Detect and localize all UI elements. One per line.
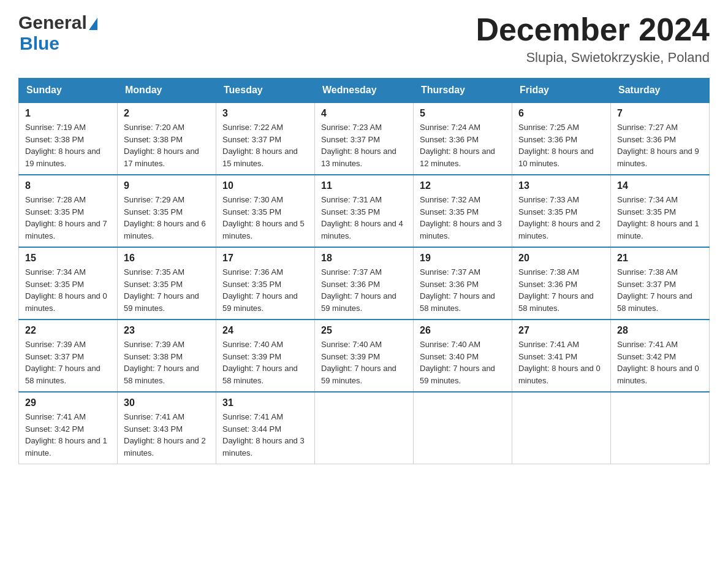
- day-info: Sunrise: 7:23 AMSunset: 3:37 PMDaylight:…: [321, 121, 407, 169]
- day-info: Sunrise: 7:40 AMSunset: 3:39 PMDaylight:…: [321, 339, 407, 386]
- day-info: Sunrise: 7:20 AMSunset: 3:38 PMDaylight:…: [124, 121, 210, 169]
- header-saturday: Saturday: [611, 79, 710, 103]
- day-number: 12: [420, 180, 506, 191]
- day-number: 24: [222, 325, 308, 336]
- day-info: Sunrise: 7:39 AMSunset: 3:37 PMDaylight:…: [25, 339, 111, 386]
- calendar-cell: 19Sunrise: 7:37 AMSunset: 3:36 PMDayligh…: [414, 247, 512, 320]
- day-info: Sunrise: 7:41 AMSunset: 3:41 PMDaylight:…: [518, 339, 604, 386]
- day-number: 2: [124, 108, 210, 119]
- logo-arrow-icon: [89, 18, 97, 30]
- day-info: Sunrise: 7:38 AMSunset: 3:36 PMDaylight:…: [518, 266, 604, 314]
- header-sunday: Sunday: [19, 79, 118, 103]
- week-row-5: 29Sunrise: 7:41 AMSunset: 3:42 PMDayligh…: [19, 392, 710, 464]
- calendar-cell: 9Sunrise: 7:29 AMSunset: 3:35 PMDaylight…: [118, 175, 216, 247]
- week-row-3: 15Sunrise: 7:34 AMSunset: 3:35 PMDayligh…: [19, 247, 710, 320]
- day-info: Sunrise: 7:37 AMSunset: 3:36 PMDaylight:…: [321, 266, 407, 314]
- day-number: 9: [124, 180, 210, 191]
- day-info: Sunrise: 7:40 AMSunset: 3:39 PMDaylight:…: [222, 339, 308, 386]
- day-info: Sunrise: 7:19 AMSunset: 3:38 PMDaylight:…: [25, 121, 111, 169]
- day-info: Sunrise: 7:41 AMSunset: 3:42 PMDaylight:…: [25, 411, 111, 459]
- calendar-cell: 27Sunrise: 7:41 AMSunset: 3:41 PMDayligh…: [512, 320, 611, 392]
- day-number: 21: [617, 253, 703, 264]
- day-info: Sunrise: 7:34 AMSunset: 3:35 PMDaylight:…: [25, 266, 111, 314]
- day-info: Sunrise: 7:33 AMSunset: 3:35 PMDaylight:…: [518, 194, 604, 242]
- day-info: Sunrise: 7:28 AMSunset: 3:35 PMDaylight:…: [25, 194, 111, 242]
- day-number: 19: [420, 253, 506, 264]
- day-info: Sunrise: 7:24 AMSunset: 3:36 PMDaylight:…: [420, 121, 506, 169]
- day-number: 22: [25, 325, 111, 336]
- day-info: Sunrise: 7:41 AMSunset: 3:42 PMDaylight:…: [617, 339, 703, 386]
- calendar-cell: 2Sunrise: 7:20 AMSunset: 3:38 PMDaylight…: [118, 102, 216, 175]
- week-row-2: 8Sunrise: 7:28 AMSunset: 3:35 PMDaylight…: [19, 175, 710, 247]
- day-number: 11: [321, 180, 407, 191]
- day-number: 8: [25, 180, 111, 191]
- day-info: Sunrise: 7:36 AMSunset: 3:35 PMDaylight:…: [222, 266, 308, 314]
- header-wednesday: Wednesday: [315, 79, 414, 103]
- calendar-cell: 8Sunrise: 7:28 AMSunset: 3:35 PMDaylight…: [19, 175, 118, 247]
- logo-blue: Blue: [20, 33, 59, 54]
- logo: General Blue: [18, 12, 97, 54]
- calendar-cell: 30Sunrise: 7:41 AMSunset: 3:43 PMDayligh…: [118, 392, 216, 464]
- calendar-table: SundayMondayTuesdayWednesdayThursdayFrid…: [18, 78, 710, 464]
- day-number: 13: [518, 180, 604, 191]
- day-number: 3: [222, 108, 308, 119]
- calendar-cell: 12Sunrise: 7:32 AMSunset: 3:35 PMDayligh…: [414, 175, 512, 247]
- day-info: Sunrise: 7:40 AMSunset: 3:40 PMDaylight:…: [420, 339, 506, 386]
- calendar-cell: 23Sunrise: 7:39 AMSunset: 3:38 PMDayligh…: [118, 320, 216, 392]
- location-subtitle: Slupia, Swietokrzyskie, Poland: [476, 50, 710, 66]
- calendar-cell: 25Sunrise: 7:40 AMSunset: 3:39 PMDayligh…: [315, 320, 414, 392]
- day-info: Sunrise: 7:25 AMSunset: 3:36 PMDaylight:…: [518, 121, 604, 169]
- calendar-cell: 29Sunrise: 7:41 AMSunset: 3:42 PMDayligh…: [19, 392, 118, 464]
- calendar-cell: [611, 392, 710, 464]
- day-info: Sunrise: 7:37 AMSunset: 3:36 PMDaylight:…: [420, 266, 506, 314]
- calendar-cell: 26Sunrise: 7:40 AMSunset: 3:40 PMDayligh…: [414, 320, 512, 392]
- header-friday: Friday: [512, 79, 611, 103]
- day-info: Sunrise: 7:41 AMSunset: 3:43 PMDaylight:…: [124, 411, 210, 459]
- week-row-1: 1Sunrise: 7:19 AMSunset: 3:38 PMDaylight…: [19, 102, 710, 175]
- calendar-cell: 7Sunrise: 7:27 AMSunset: 3:36 PMDaylight…: [611, 102, 710, 175]
- calendar-cell: 3Sunrise: 7:22 AMSunset: 3:37 PMDaylight…: [216, 102, 315, 175]
- week-row-4: 22Sunrise: 7:39 AMSunset: 3:37 PMDayligh…: [19, 320, 710, 392]
- day-number: 20: [518, 253, 604, 264]
- day-number: 31: [222, 397, 308, 408]
- day-number: 25: [321, 325, 407, 336]
- day-number: 1: [25, 108, 111, 119]
- calendar-cell: [315, 392, 414, 464]
- calendar-cell: 28Sunrise: 7:41 AMSunset: 3:42 PMDayligh…: [611, 320, 710, 392]
- day-info: Sunrise: 7:29 AMSunset: 3:35 PMDaylight:…: [124, 194, 210, 242]
- calendar-cell: 1Sunrise: 7:19 AMSunset: 3:38 PMDaylight…: [19, 102, 118, 175]
- day-number: 28: [617, 325, 703, 336]
- calendar-cell: 22Sunrise: 7:39 AMSunset: 3:37 PMDayligh…: [19, 320, 118, 392]
- calendar-cell: 4Sunrise: 7:23 AMSunset: 3:37 PMDaylight…: [315, 102, 414, 175]
- day-info: Sunrise: 7:38 AMSunset: 3:37 PMDaylight:…: [617, 266, 703, 314]
- calendar-cell: 10Sunrise: 7:30 AMSunset: 3:35 PMDayligh…: [216, 175, 315, 247]
- calendar-cell: 20Sunrise: 7:38 AMSunset: 3:36 PMDayligh…: [512, 247, 611, 320]
- day-number: 14: [617, 180, 703, 191]
- day-number: 15: [25, 253, 111, 264]
- day-number: 29: [25, 397, 111, 408]
- day-number: 18: [321, 253, 407, 264]
- day-number: 23: [124, 325, 210, 336]
- calendar-cell: 13Sunrise: 7:33 AMSunset: 3:35 PMDayligh…: [512, 175, 611, 247]
- calendar-cell: [414, 392, 512, 464]
- calendar-cell: 21Sunrise: 7:38 AMSunset: 3:37 PMDayligh…: [611, 247, 710, 320]
- day-number: 27: [518, 325, 604, 336]
- logo-general: General: [18, 12, 87, 33]
- day-info: Sunrise: 7:32 AMSunset: 3:35 PMDaylight:…: [420, 194, 506, 242]
- day-number: 6: [518, 108, 604, 119]
- title-section: December 2024 Slupia, Swietokrzyskie, Po…: [476, 12, 710, 66]
- header-thursday: Thursday: [414, 79, 512, 103]
- day-info: Sunrise: 7:35 AMSunset: 3:35 PMDaylight:…: [124, 266, 210, 314]
- calendar-cell: 31Sunrise: 7:41 AMSunset: 3:44 PMDayligh…: [216, 392, 315, 464]
- header-monday: Monday: [118, 79, 216, 103]
- header-tuesday: Tuesday: [216, 79, 315, 103]
- day-number: 7: [617, 108, 703, 119]
- calendar-cell: 14Sunrise: 7:34 AMSunset: 3:35 PMDayligh…: [611, 175, 710, 247]
- calendar-header-row: SundayMondayTuesdayWednesdayThursdayFrid…: [19, 79, 710, 103]
- calendar-cell: 24Sunrise: 7:40 AMSunset: 3:39 PMDayligh…: [216, 320, 315, 392]
- month-year-title: December 2024: [476, 12, 710, 47]
- day-info: Sunrise: 7:39 AMSunset: 3:38 PMDaylight:…: [124, 339, 210, 386]
- day-number: 10: [222, 180, 308, 191]
- day-info: Sunrise: 7:41 AMSunset: 3:44 PMDaylight:…: [222, 411, 308, 459]
- day-info: Sunrise: 7:22 AMSunset: 3:37 PMDaylight:…: [222, 121, 308, 169]
